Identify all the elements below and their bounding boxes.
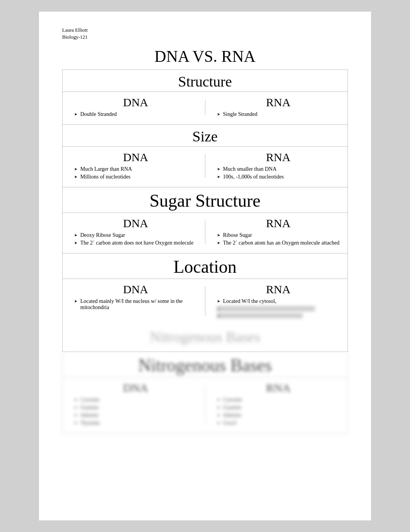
size-dna-col: DNA Much Larger than RNA Millions of nuc… [63,151,205,182]
section-nitrogenous: Nitrogenous Bases DNA Cytosine Guanine A… [62,352,348,433]
structure-columns: DNA Double Stranded RNA Single Stranded [63,92,347,124]
location-dna-list: Located mainly W/I the nucleus w/ some i… [74,298,197,311]
list-item: Guanine [74,405,197,411]
section-header-size: Size [63,125,347,147]
list-item: Guanine [217,405,340,411]
list-item-blurred2 [217,313,303,318]
author-name: Laura Elliott [62,27,348,33]
list-item: Much smaller than DNA [217,166,340,172]
location-rna-title: RNA [217,283,340,296]
section-header-sugar: Sugar Structure [63,187,347,213]
size-dna-list: Much Larger than RNA Millions of nucleot… [74,166,197,180]
list-item: Ribose Sugar [217,232,340,238]
nitrogenous-dna-title: DNA [74,381,197,394]
sugar-dna-list: Deoxy Ribose Sugar The 2´ carbon atom do… [74,232,197,246]
sugar-columns: DNA Deoxy Ribose Sugar The 2´ carbon ato… [63,213,347,253]
location-dna-col: DNA Located mainly W/I the nucleus w/ so… [63,283,205,320]
list-item: The 2´ carbon atom has an Oxygen molecul… [217,240,340,246]
section-size: Size DNA Much Larger than RNA Millions o… [62,125,348,187]
list-item-blurred [217,306,315,311]
section-location: Location DNA Located mainly W/I the nucl… [62,253,348,352]
list-item: Single Stranded [217,111,340,117]
size-rna-list: Much smaller than DNA 100s, -1,000s of n… [217,166,340,180]
sugar-dna-col: DNA Deoxy Ribose Sugar The 2´ carbon ato… [63,217,205,248]
nitrogenous-dna-list: Cytosine Guanine Adenine Thymine [74,397,197,426]
list-item: Located mainly W/I the nucleus w/ some i… [74,298,197,311]
author-course: Biology-121 [62,34,348,40]
list-item: Deoxy Ribose Sugar [74,232,197,238]
nitrogenous-rna-list: Cytosine Guanine Adenine Uracil [217,397,340,426]
structure-rna-list: Single Stranded [217,111,340,117]
list-item: Located W/I the cytosol, [217,298,340,304]
nitrogenous-columns: DNA Cytosine Guanine Adenine Thymine RNA… [63,377,347,433]
section-structure: Structure DNA Double Stranded RNA Single… [62,70,348,125]
sugar-rna-title: RNA [217,217,340,230]
structure-dna-title: DNA [74,96,197,109]
section-header-structure: Structure [63,70,347,92]
location-blurred-bottom: Nitrogenous Bases [63,325,347,352]
page-title: DNA VS. RNA [62,47,348,66]
section-header-location: Location [63,253,347,279]
list-item: Uracil [217,420,340,426]
size-rna-title: RNA [217,151,340,164]
list-item: The 2´ carbon atom does not have Oxygen … [74,240,197,246]
location-rna-list: Located W/I the cytosol, [217,298,340,318]
sugar-dna-title: DNA [74,217,197,230]
nitrogenous-rna-title: RNA [217,381,340,394]
list-item: Much Larger than RNA [74,166,197,172]
list-item: Adenine [74,412,197,418]
list-item: Thymine [74,420,197,426]
list-item: 100s, -1,000s of nucleotides [217,174,340,180]
nitrogenous-rna-col: RNA Cytosine Guanine Adenine Uracil [205,381,348,428]
size-dna-title: DNA [74,151,197,164]
structure-dna-col: DNA Double Stranded [63,96,205,119]
list-item: Adenine [217,412,340,418]
location-columns: DNA Located mainly W/I the nucleus w/ so… [63,279,347,325]
structure-rna-col: RNA Single Stranded [205,96,348,119]
list-item: Cytosine [74,397,197,403]
structure-rna-title: RNA [217,96,340,109]
list-item: Millions of nucleotides [74,174,197,180]
size-columns: DNA Much Larger than RNA Millions of nuc… [63,147,347,187]
list-item: Cytosine [217,397,340,403]
location-rna-col: RNA Located W/I the cytosol, [205,283,348,320]
nitrogenous-dna-col: DNA Cytosine Guanine Adenine Thymine [63,381,205,428]
sugar-rna-list: Ribose Sugar The 2´ carbon atom has an O… [217,232,340,246]
col-divider [205,385,205,424]
section-header-nitrogenous: Nitrogenous Bases [63,352,347,377]
list-item: Double Stranded [74,111,197,117]
section-sugar: Sugar Structure DNA Deoxy Ribose Sugar T… [62,187,348,253]
page: Laura Elliott Biology-121 DNA VS. RNA St… [39,12,371,520]
structure-dna-list: Double Stranded [74,111,197,117]
size-rna-col: RNA Much smaller than DNA 100s, -1,000s … [205,151,348,182]
sugar-rna-col: RNA Ribose Sugar The 2´ carbon atom has … [205,217,348,248]
location-dna-title: DNA [74,283,197,296]
